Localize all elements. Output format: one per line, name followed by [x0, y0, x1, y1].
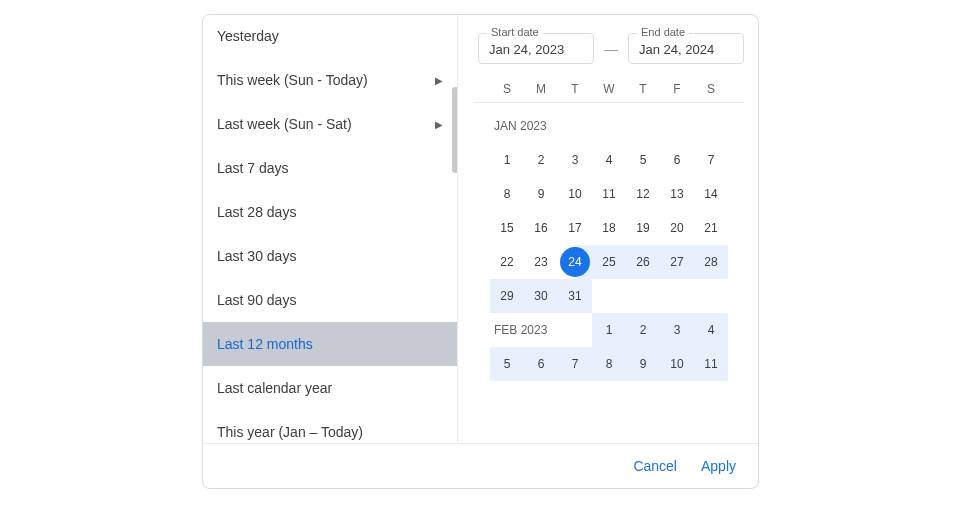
start-date-legend: Start date [487, 26, 543, 38]
calendar-day[interactable]: 15 [490, 211, 524, 245]
calendar-day[interactable]: 8 [592, 347, 626, 381]
picker-main: YesterdayThis week (Sun - Today)▶Last we… [203, 15, 758, 443]
calendar-day[interactable]: 1 [490, 143, 524, 177]
calendar-day[interactable]: 26 [626, 245, 660, 279]
calendar-day[interactable]: 16 [524, 211, 558, 245]
preset-label: Last 12 months [217, 336, 443, 352]
start-date-input[interactable]: Start date Jan 24, 2023 [478, 33, 594, 64]
calendar-day[interactable]: 7 [694, 143, 728, 177]
calendar-day[interactable]: 1 [592, 313, 626, 347]
preset-item[interactable]: Last 30 days [203, 234, 457, 278]
calendar-day[interactable]: 3 [660, 313, 694, 347]
preset-list[interactable]: YesterdayThis week (Sun - Today)▶Last we… [203, 15, 457, 443]
calendar-day[interactable]: 7 [558, 347, 592, 381]
month-label: FEB 2023 [490, 323, 592, 337]
calendar-day[interactable]: 6 [524, 347, 558, 381]
calendar-day[interactable]: 12 [626, 177, 660, 211]
calendar-day[interactable]: 24 [558, 245, 592, 279]
calendar-day[interactable]: 20 [660, 211, 694, 245]
date-range-picker: YesterdayThis week (Sun - Today)▶Last we… [202, 14, 759, 489]
chevron-right-icon: ▶ [435, 119, 443, 130]
calendar-day[interactable]: 4 [694, 313, 728, 347]
preset-label: Last week (Sun - Sat) [217, 116, 429, 132]
calendar-day[interactable]: 5 [490, 347, 524, 381]
calendar-row: 293031 [474, 279, 744, 313]
weekday-label: S [490, 82, 524, 96]
preset-label: Last 7 days [217, 160, 443, 176]
cancel-button[interactable]: Cancel [633, 458, 677, 474]
calendar-months[interactable]: JAN 202312345678910111213141516171819202… [474, 109, 744, 439]
calendar-day[interactable]: 9 [626, 347, 660, 381]
preset-item[interactable]: This year (Jan – Today) [203, 410, 457, 443]
calendar-day[interactable]: 10 [660, 347, 694, 381]
preset-label: Last 90 days [217, 292, 443, 308]
action-bar: Cancel Apply [203, 443, 758, 488]
preset-item[interactable]: Last week (Sun - Sat)▶ [203, 102, 457, 146]
apply-button[interactable]: Apply [701, 458, 736, 474]
chevron-right-icon: ▶ [435, 75, 443, 86]
weekday-label: S [694, 82, 728, 96]
calendar-row: 22232425262728 [474, 245, 744, 279]
calendar-day[interactable]: 5 [626, 143, 660, 177]
start-date-value: Jan 24, 2023 [489, 42, 583, 57]
preset-label: This week (Sun - Today) [217, 72, 429, 88]
calendar-day[interactable]: 27 [660, 245, 694, 279]
calendar-day[interactable]: 22 [490, 245, 524, 279]
preset-label: Yesterday [217, 28, 443, 44]
calendar-day[interactable]: 2 [626, 313, 660, 347]
calendar-day[interactable]: 9 [524, 177, 558, 211]
calendar-day[interactable]: 28 [694, 245, 728, 279]
preset-label: Last calendar year [217, 380, 443, 396]
month-header-row: JAN 2023 [474, 109, 744, 143]
calendar-day[interactable]: 3 [558, 143, 592, 177]
calendar-day[interactable]: 25 [592, 245, 626, 279]
calendar-day[interactable]: 8 [490, 177, 524, 211]
end-date-input[interactable]: End date Jan 24, 2024 [628, 33, 744, 64]
weekday-label: T [626, 82, 660, 96]
preset-item[interactable]: Yesterday [203, 15, 457, 58]
end-date-legend: End date [637, 26, 689, 38]
calendar-row: 891011121314 [474, 177, 744, 211]
weekday-label: W [592, 82, 626, 96]
preset-item[interactable]: Last 28 days [203, 190, 457, 234]
preset-item[interactable]: Last 7 days [203, 146, 457, 190]
calendar-row: 567891011 [474, 347, 744, 381]
calendar-row: 1234567 [474, 143, 744, 177]
calendar-day[interactable]: 2 [524, 143, 558, 177]
preset-item[interactable]: Last 12 months [203, 322, 457, 366]
preset-label: Last 28 days [217, 204, 443, 220]
date-inputs: Start date Jan 24, 2023 — End date Jan 2… [474, 33, 744, 64]
calendar-day[interactable]: 4 [592, 143, 626, 177]
preset-item[interactable]: This week (Sun - Today)▶ [203, 58, 457, 102]
preset-pane: YesterdayThis week (Sun - Today)▶Last we… [203, 15, 458, 443]
month-label: JAN 2023 [490, 119, 592, 133]
calendar-day[interactable]: 11 [592, 177, 626, 211]
weekday-label: T [558, 82, 592, 96]
calendar-day[interactable]: 13 [660, 177, 694, 211]
calendar-day[interactable]: 11 [694, 347, 728, 381]
calendar-row: 15161718192021 [474, 211, 744, 245]
calendar-day[interactable]: 29 [490, 279, 524, 313]
preset-label: Last 30 days [217, 248, 443, 264]
calendar-day[interactable]: 10 [558, 177, 592, 211]
calendar-row: FEB 20231234 [474, 313, 744, 347]
calendar-day[interactable]: 14 [694, 177, 728, 211]
weekday-header: SMTWTFS [474, 82, 744, 103]
preset-label: This year (Jan – Today) [217, 424, 443, 440]
end-date-value: Jan 24, 2024 [639, 42, 733, 57]
preset-item[interactable]: Last calendar year [203, 366, 457, 410]
calendar-day[interactable]: 23 [524, 245, 558, 279]
calendar-pane: Start date Jan 24, 2023 — End date Jan 2… [458, 15, 758, 443]
calendar-day[interactable]: 31 [558, 279, 592, 313]
date-range-separator: — [604, 41, 618, 57]
preset-item[interactable]: Last 90 days [203, 278, 457, 322]
calendar-day[interactable]: 18 [592, 211, 626, 245]
calendar-day[interactable]: 30 [524, 279, 558, 313]
calendar-day[interactable]: 21 [694, 211, 728, 245]
calendar-day[interactable]: 17 [558, 211, 592, 245]
weekday-label: M [524, 82, 558, 96]
weekday-label: F [660, 82, 694, 96]
calendar-day[interactable]: 19 [626, 211, 660, 245]
calendar-day[interactable]: 6 [660, 143, 694, 177]
